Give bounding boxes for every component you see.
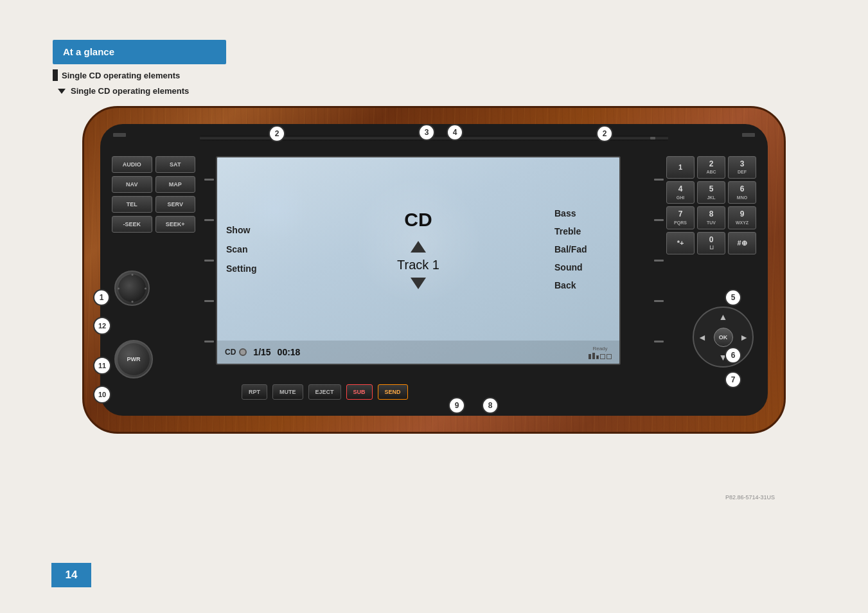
- btn-8-area: [415, 361, 434, 380]
- header-title: At a glance: [63, 46, 114, 57]
- ready-status: Ready: [589, 346, 612, 359]
- screen-cd-title: CD: [404, 209, 432, 231]
- callout-3: 3: [418, 124, 435, 141]
- page-number: 14: [66, 569, 78, 582]
- watermark: P82.86-5714-31US: [725, 494, 775, 501]
- screen-show-item[interactable]: Show: [221, 221, 287, 239]
- top-left-indicator: [113, 133, 126, 137]
- subheader-bar: [53, 69, 58, 81]
- callout-12: 12: [93, 317, 111, 335]
- nav-right-button[interactable]: ►: [740, 332, 748, 342]
- screen-left-menu: Show Scan Setting: [217, 157, 291, 341]
- callout-5: 5: [725, 289, 741, 306]
- callout-8: 8: [482, 397, 499, 414]
- seek-plus-button[interactable]: SEEK+: [155, 216, 196, 233]
- volume-knob[interactable]: [114, 271, 150, 306]
- callout-11: 11: [93, 357, 111, 375]
- bottom-action-buttons: RPT MUTE EJECT SUB SEND: [242, 384, 408, 400]
- screen-setting-item[interactable]: Setting: [221, 260, 287, 278]
- nav-ok-button[interactable]: OK: [714, 328, 733, 347]
- nav-circle-container: ▲ ▼ ◄ ► OK: [693, 306, 754, 368]
- screen-back-item[interactable]: Back: [549, 277, 616, 294]
- audio-button[interactable]: AUDIO: [112, 156, 152, 173]
- mute-button[interactable]: MUTE: [272, 384, 303, 400]
- callout-10: 10: [93, 386, 111, 404]
- seek-minus-button[interactable]: -SEEK: [112, 216, 152, 233]
- key-9[interactable]: 9WXYZ: [728, 206, 756, 229]
- cd-label: CD: [225, 348, 236, 357]
- callout-1: 1: [93, 289, 110, 306]
- callout-7: 7: [725, 371, 741, 388]
- callout-2b: 2: [596, 125, 613, 142]
- arrow-down-icon[interactable]: [411, 278, 426, 289]
- power-label: PWR: [127, 356, 141, 362]
- key-hash[interactable]: #⊕: [728, 232, 756, 254]
- page-number-box: 14: [51, 563, 91, 587]
- key-0[interactable]: 0⊔: [697, 232, 725, 254]
- screen-center: CD Track 1: [291, 157, 545, 341]
- left-slide-markers: [204, 159, 214, 362]
- key-2[interactable]: 2ABC: [697, 156, 725, 179]
- nav-button[interactable]: NAV: [112, 176, 152, 193]
- screen-sound-item[interactable]: Sound: [549, 259, 616, 276]
- map-button[interactable]: MAP: [155, 176, 196, 193]
- subheader-2: Single CD operating elements: [53, 86, 189, 96]
- screen-right-menu: Bass Treble Bal/Fad Sound Back: [545, 157, 619, 341]
- cd-circle-icon: [239, 348, 247, 356]
- callout-2a: 2: [269, 125, 285, 142]
- top-right-indicator: [742, 133, 755, 137]
- arrow-up-icon[interactable]: [411, 241, 426, 253]
- sub-button[interactable]: SUB: [346, 384, 373, 400]
- screen-time: 00:18: [278, 347, 301, 357]
- device-outer: AUDIO SAT NAV MAP TEL SERV -SEEK SEEK+: [82, 106, 786, 434]
- callout-6: 6: [725, 347, 741, 364]
- triangle-down-icon: [58, 89, 66, 94]
- screen-track-label: Track 1: [397, 258, 439, 272]
- callout-9: 9: [448, 397, 465, 414]
- subheader-1: Single CD operating elements: [53, 69, 180, 81]
- key-6[interactable]: 6MNO: [728, 181, 756, 204]
- header-box: At a glance: [53, 40, 226, 64]
- screen-treble-item[interactable]: Treble: [549, 223, 616, 240]
- nav-ok-label: OK: [719, 334, 728, 341]
- right-keypad: 1 2ABC 3DEF 4GHI 5JKL 6MNO 7PQRS 8TUV 9W…: [666, 156, 756, 254]
- key-8[interactable]: 8TUV: [697, 206, 725, 229]
- screen-scan-item[interactable]: Scan: [221, 240, 287, 258]
- power-knob-area: PWR: [114, 340, 153, 378]
- key-3[interactable]: 3DEF: [728, 156, 756, 179]
- tel-button[interactable]: TEL: [112, 196, 152, 213]
- screen-status-bar: CD 1/15 00:18 Ready: [217, 341, 619, 364]
- serv-button[interactable]: SERV: [155, 196, 196, 213]
- rpt-button[interactable]: RPT: [242, 384, 267, 400]
- btn-9-area: [376, 361, 396, 380]
- cd-indicator: CD: [225, 348, 247, 357]
- volume-knob-area: [114, 271, 150, 306]
- screen-balfad-item[interactable]: Bal/Fad: [549, 241, 616, 258]
- key-7[interactable]: 7PQRS: [666, 206, 695, 229]
- key-5[interactable]: 5JKL: [697, 181, 725, 204]
- nav-up-button[interactable]: ▲: [719, 312, 728, 322]
- sat-button[interactable]: SAT: [155, 156, 196, 173]
- send-button[interactable]: SEND: [378, 384, 408, 400]
- indicator-bars: [589, 353, 612, 359]
- page-background: At a glance Single CD operating elements…: [0, 0, 868, 613]
- screen: Show Scan Setting CD Track 1 Bass Treble…: [216, 156, 621, 365]
- left-button-panel: AUDIO SAT NAV MAP TEL SERV -SEEK SEEK+: [112, 156, 195, 233]
- nav-circle: ▲ ▼ ◄ ► OK: [693, 306, 754, 368]
- right-slide-markers: [654, 159, 664, 362]
- key-4[interactable]: 4GHI: [666, 181, 695, 204]
- subheader-1-text: Single CD operating elements: [62, 71, 180, 80]
- nav-left-button[interactable]: ◄: [698, 332, 707, 342]
- key-1[interactable]: 1: [666, 156, 695, 179]
- screen-bass-item[interactable]: Bass: [549, 205, 616, 222]
- callout-4: 4: [447, 124, 463, 141]
- subheader-2-text: Single CD operating elements: [71, 86, 189, 96]
- screen-position: 1/15: [253, 347, 270, 357]
- ready-label: Ready: [592, 346, 607, 351]
- power-knob[interactable]: PWR: [114, 340, 153, 378]
- eject-button[interactable]: EJECT: [308, 384, 341, 400]
- inner-frame: AUDIO SAT NAV MAP TEL SERV -SEEK SEEK+: [100, 124, 768, 416]
- key-star[interactable]: *+: [666, 232, 695, 254]
